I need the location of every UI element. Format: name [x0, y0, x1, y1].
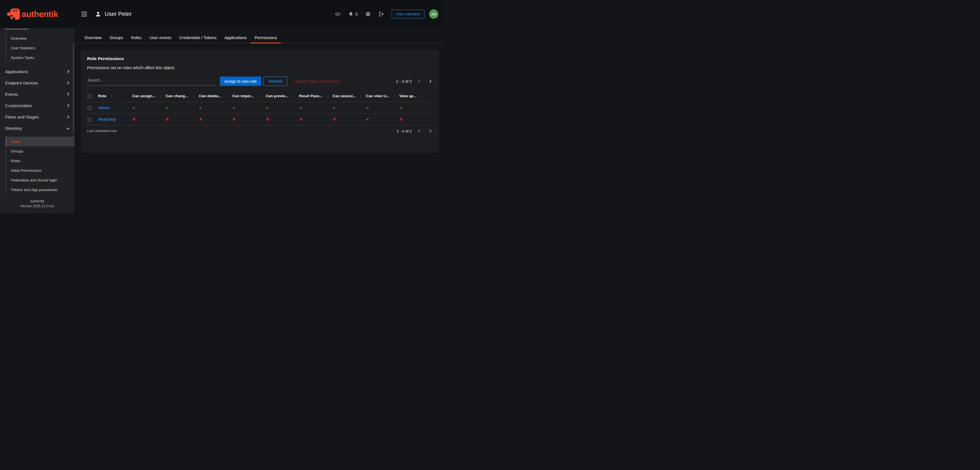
pagination-bottom: 1 - 2 of 2 — [397, 129, 432, 133]
check-icon: ✔ — [132, 105, 136, 110]
sidebar-item-initial-permissions[interactable]: Initial Permissions — [6, 165, 75, 175]
sort-icon[interactable]: ↕ — [258, 94, 260, 98]
check-icon: ✔ — [299, 105, 303, 110]
chevron-left-icon — [418, 79, 421, 83]
row-checkbox[interactable] — [88, 118, 91, 122]
sort-icon[interactable]: ↕ — [111, 94, 113, 98]
sidebar-item-events[interactable]: Events — [0, 89, 75, 100]
sidebar-item-groups[interactable]: Groups — [6, 146, 75, 156]
tab-permissions[interactable]: Permissions — [251, 29, 281, 43]
sort-icon[interactable]: ↕ — [226, 94, 228, 98]
chevron-right-icon — [66, 92, 69, 95]
sidebar-item-applications[interactable]: Applications — [0, 66, 75, 77]
delete-object-permission-button[interactable]: Delete Object Permission — [294, 79, 340, 84]
sidebar-item-user-statistics[interactable]: User Statistics — [6, 43, 75, 53]
notification-count: 0 — [356, 12, 358, 16]
assign-to-new-role-button[interactable]: Assign to new role — [220, 76, 261, 86]
main-content: Overview Groups Roles User events Creden… — [75, 29, 445, 213]
code-icon — [335, 11, 341, 17]
chevron-left-icon — [418, 129, 421, 132]
gear-icon — [365, 11, 371, 17]
sidebar-item-customization[interactable]: Customization — [0, 100, 75, 111]
select-all-checkbox[interactable] — [88, 94, 91, 98]
sidebar-item-roles[interactable]: Roles — [6, 156, 75, 165]
tab-overview[interactable]: Overview — [81, 29, 105, 43]
brand-logo[interactable]: authentik — [0, 8, 75, 20]
cross-icon: ✘ — [399, 117, 403, 122]
pagination-range: 1 - 2 of 2 — [397, 129, 412, 133]
sort-icon[interactable]: ↕ — [327, 94, 329, 98]
pagination-prev-button[interactable] — [417, 79, 422, 84]
sidebar-toggle-button[interactable] — [80, 10, 89, 18]
role-permissions-card: Role Permissions Permissions set on role… — [81, 49, 439, 153]
user-interface-button[interactable]: User interface — [391, 10, 425, 18]
sidebar-item-endpoint-devices[interactable]: Endpoint Devices — [0, 77, 75, 89]
sidebar-item-system-tasks[interactable]: System Tasks — [6, 53, 75, 62]
pagination-next-button[interactable] — [428, 129, 432, 133]
table-row: Admin✔✔✔✔✔✔✔✔✔ — [87, 102, 432, 114]
avatar[interactable]: AA — [429, 10, 438, 19]
sort-icon[interactable]: ↕ — [421, 94, 423, 98]
check-icon: ✔ — [366, 117, 369, 122]
sidebar-item-directory[interactable]: Directory — [0, 122, 75, 134]
tab-roles[interactable]: Roles — [127, 29, 145, 43]
sort-icon[interactable]: ↕ — [360, 94, 362, 98]
header-main: User Peter — [75, 10, 132, 18]
check-icon: ✔ — [232, 105, 236, 110]
sidebar-item-overview[interactable]: Overview — [6, 33, 75, 43]
tab-credentials-tokens[interactable]: Credentials / Tokens — [175, 29, 220, 43]
brand-wordmark: authentik — [22, 10, 58, 19]
cross-icon: ✘ — [199, 117, 203, 122]
tab-bar: Overview Groups Roles User events Creden… — [75, 29, 445, 43]
search-input[interactable] — [87, 77, 217, 86]
column-header: Can chang... — [165, 94, 188, 98]
cross-icon: ✘ — [299, 117, 303, 122]
dashboards-subnav: Overview User Statistics System Tasks — [6, 33, 75, 62]
cross-icon: ✘ — [332, 117, 336, 122]
role-link[interactable]: Read-only — [98, 117, 116, 122]
sort-icon[interactable]: ↕ — [160, 94, 162, 98]
settings-button[interactable] — [365, 11, 371, 17]
sidebar-item-dashboards[interactable]: Dashboards — [0, 29, 75, 31]
app-name: authentik — [0, 199, 75, 204]
role-link[interactable]: Admin — [98, 105, 110, 110]
tab-applications[interactable]: Applications — [221, 29, 251, 43]
chevron-down-icon — [66, 126, 69, 130]
sort-icon[interactable]: ↕ — [293, 94, 294, 98]
user-icon — [95, 11, 101, 17]
check-icon: ✔ — [165, 105, 169, 110]
sidebar-item-users[interactable]: Users — [6, 137, 75, 146]
sort-icon[interactable]: ↕ — [192, 94, 194, 98]
tab-user-events[interactable]: User events — [145, 29, 175, 43]
sign-out-button[interactable] — [378, 11, 384, 17]
main-nav: Applications Endpoint Devices Events Cus… — [0, 66, 75, 134]
chevron-right-icon — [66, 81, 69, 84]
check-icon: ✔ — [399, 105, 403, 110]
row-checkbox[interactable] — [88, 106, 91, 110]
pagination-next-button[interactable] — [428, 79, 432, 84]
sidebar-item-flows-and-stages[interactable]: Flows and Stages — [0, 111, 75, 122]
column-header: View ap... — [399, 94, 417, 98]
check-icon: ✔ — [332, 105, 336, 110]
sort-icon[interactable]: ↕ — [394, 94, 396, 98]
sidebar-footer: authentik Version 2025.12.0-rc1 — [0, 199, 75, 209]
pagination-prev-button[interactable] — [417, 129, 422, 133]
refresh-button[interactable]: Refresh — [263, 76, 288, 86]
api-browser-button[interactable] — [335, 11, 341, 17]
sidebar-scrollbar[interactable] — [73, 43, 74, 134]
last-refreshed-text: Last refreshed now — [87, 129, 117, 133]
table-toolbar: Assign to new role Refresh Delete Object… — [87, 76, 432, 86]
bell-icon — [348, 11, 353, 17]
card-title: Role Permissions — [87, 56, 432, 61]
page-title: User Peter — [105, 11, 132, 17]
sidebar-item-tokens-app-passwords[interactable]: Tokens and App passwords — [6, 185, 75, 194]
table-body: Admin✔✔✔✔✔✔✔✔✔Read-only✘✘✘✘✘✘✘✔✘ — [87, 102, 432, 125]
card-description: Permissions set on roles which affect th… — [87, 65, 432, 70]
tab-groups[interactable]: Groups — [105, 29, 127, 43]
pagination-top: 1 - 2 of 2 — [396, 79, 432, 84]
sidebar: Dashboards Overview User Statistics Syst… — [0, 29, 75, 213]
notifications-button[interactable]: 0 — [348, 11, 358, 17]
app-header: authentik User Peter 0 User interface — [0, 0, 445, 29]
sidebar-item-federation-social-login[interactable]: Federation and Social login — [6, 175, 75, 185]
column-header: Can delete... — [199, 94, 221, 98]
